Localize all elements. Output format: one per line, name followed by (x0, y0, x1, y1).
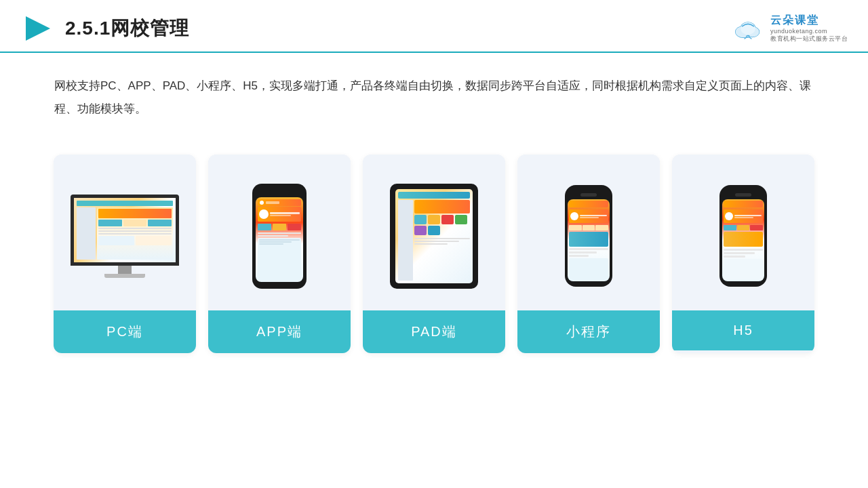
logo-tagline: 教育机构一站式服务云平台 (770, 35, 848, 43)
phone-screen-mini (568, 199, 610, 281)
tablet-outer (390, 184, 478, 289)
page-title: 2.5.1网校管理 (65, 16, 189, 41)
card-label-app: APP端 (208, 310, 351, 353)
phone-outer-h5 (719, 185, 767, 287)
logo-area: 云朵课堂 yunduoketang.com 教育机构一站式服务云平台 (731, 14, 848, 43)
cards-area: PC端 (0, 141, 868, 373)
card-image-area-pc (54, 155, 196, 310)
card-label-pc: PC端 (54, 310, 196, 353)
phone-mock-app (252, 184, 307, 289)
phone-screen-h5 (722, 199, 764, 281)
card-image-area-h5 (672, 155, 814, 310)
card-image-area-mini (517, 155, 660, 310)
logo-sub: yunduoketang.com (770, 28, 827, 35)
phone-outer-mini (565, 185, 612, 287)
logo-text: 云朵课堂 yunduoketang.com 教育机构一站式服务云平台 (770, 14, 848, 43)
pc-screen (71, 195, 179, 266)
card-label-h5: H5 (672, 310, 814, 350)
header: 2.5.1网校管理 云朵课堂 yunduoketang.com 教育机构一站式服… (0, 0, 868, 53)
card-image-area-pad (363, 155, 505, 310)
phone-screen-app (256, 197, 303, 282)
logo-name: 云朵课堂 (770, 14, 819, 28)
card-mini: 小程序 (517, 155, 660, 353)
card-pc: PC端 (54, 155, 196, 353)
play-icon (20, 12, 53, 45)
card-pad: PAD端 (363, 155, 505, 353)
tablet-mock (390, 184, 478, 289)
card-h5: H5 (672, 155, 814, 353)
description-text: 网校支持PC、APP、PAD、小程序、H5，实现多端打通，产品各终端自由切换，数… (0, 53, 868, 134)
tablet-screen (395, 189, 473, 283)
svg-marker-0 (26, 16, 50, 41)
card-app: APP端 (208, 155, 351, 353)
cloud-logo-icon (731, 16, 765, 41)
card-image-area-app (208, 155, 351, 310)
card-label-mini: 小程序 (517, 310, 660, 353)
phone-mock-h5 (719, 185, 767, 287)
phone-outer-app (252, 184, 307, 289)
pc-mock (71, 195, 179, 278)
header-left: 2.5.1网校管理 (20, 12, 189, 45)
card-label-pad: PAD端 (363, 310, 505, 353)
phone-mock-mini (565, 185, 612, 287)
